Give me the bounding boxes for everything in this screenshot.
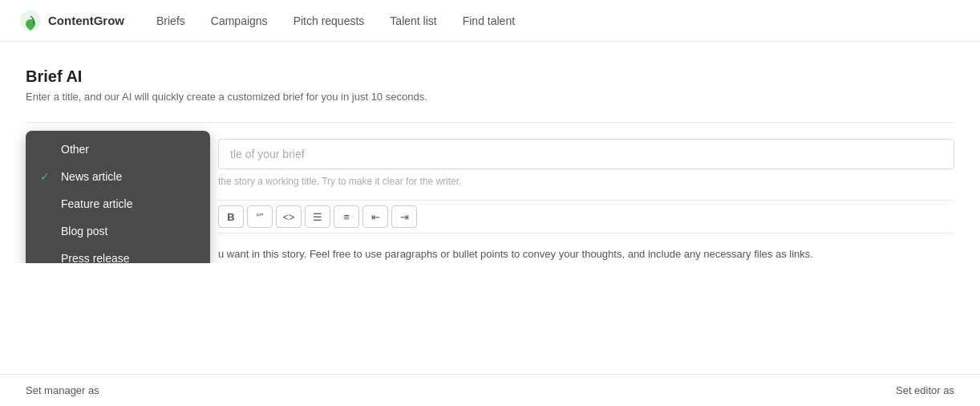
nav-campaigns[interactable]: Campaigns xyxy=(211,14,268,27)
navbar: ContentGrow Briefs Campaigns Pitch reque… xyxy=(0,0,980,42)
outdent-button[interactable]: ⇤ xyxy=(362,205,388,228)
editor-toolbar: B “” <> ☰ ≡ ⇤ ⇥ xyxy=(218,200,954,233)
nav-find-talent[interactable]: Find talent xyxy=(463,14,515,27)
form-area: Other ✓ News article Feature article Blo… xyxy=(26,139,954,263)
indent-button[interactable]: ⇥ xyxy=(391,205,417,228)
page-subtitle: Enter a title, and our AI will quickly c… xyxy=(26,91,954,103)
dropdown-item-blog-post[interactable]: Blog post xyxy=(26,217,210,245)
dropdown-label-blog-post: Blog post xyxy=(61,225,107,238)
title-hint: the story a working title. Try to make i… xyxy=(218,176,954,187)
form-inputs: tle of your brief the story a working ti… xyxy=(218,139,954,263)
page-body: Brief AI Enter a title, and our AI will … xyxy=(0,42,980,263)
dropdown-label-other: Other xyxy=(61,143,89,156)
nav-pitch-requests[interactable]: Pitch requests xyxy=(294,14,365,27)
code-button[interactable]: <> xyxy=(276,205,302,228)
divider xyxy=(26,122,954,123)
dropdown-item-press-release[interactable]: Press release xyxy=(26,245,210,263)
checkmark-news-article: ✓ xyxy=(40,170,53,183)
title-input[interactable]: tle of your brief xyxy=(218,139,954,169)
dropdown-label-news-article: News article xyxy=(61,170,122,183)
nav-talent-list[interactable]: Talent list xyxy=(390,14,436,27)
bold-button[interactable]: B xyxy=(218,205,244,228)
dropdown-menu: Other ✓ News article Feature article Blo… xyxy=(26,131,210,263)
content-area[interactable]: u want in this story. Feel free to use p… xyxy=(218,246,954,263)
logo-icon xyxy=(19,10,42,32)
blockquote-button[interactable]: “” xyxy=(247,205,273,228)
logo-text: ContentGrow xyxy=(48,14,124,27)
unordered-list-button[interactable]: ☰ xyxy=(305,205,330,228)
ordered-list-button[interactable]: ≡ xyxy=(334,205,359,228)
nav-links: Briefs Campaigns Pitch requests Talent l… xyxy=(156,14,515,27)
dropdown-item-feature-article[interactable]: Feature article xyxy=(26,190,210,217)
dropdown-item-other[interactable]: Other xyxy=(26,136,210,163)
dropdown-item-news-article[interactable]: ✓ News article xyxy=(26,163,210,190)
page-title: Brief AI xyxy=(26,67,954,86)
dropdown-label-press-release: Press release xyxy=(61,252,130,263)
logo-link[interactable]: ContentGrow xyxy=(19,10,124,32)
nav-briefs[interactable]: Briefs xyxy=(156,14,185,27)
dropdown-label-feature-article: Feature article xyxy=(61,197,132,210)
